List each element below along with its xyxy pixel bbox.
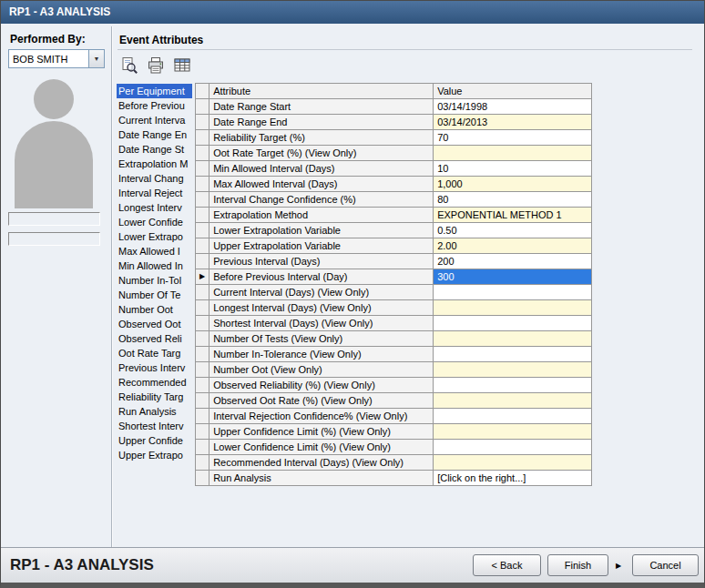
next-arrow-icon[interactable]: ▶ [612, 554, 625, 576]
footer-title: RP1 - A3 ANALYSIS [10, 556, 154, 574]
value-cell[interactable]: 300 [434, 269, 592, 285]
value-cell[interactable]: 03/14/1998 [434, 99, 592, 115]
nav-item[interactable]: Lower Confide [117, 215, 192, 229]
row-selector[interactable] [196, 362, 209, 378]
nav-item[interactable]: Interval Reject [117, 186, 192, 200]
value-cell[interactable]: [Click on the right...] [434, 471, 592, 486]
nav-item[interactable]: Min Allowed In [117, 259, 192, 273]
value-cell[interactable] [434, 440, 592, 455]
performed-by-select[interactable]: BOB SMITH ▼ [8, 49, 105, 68]
nav-item[interactable]: Upper Extrapo [117, 448, 192, 462]
footer-bar: RP1 - A3 ANALYSIS < Back Finish ▶ Cancel [1, 547, 704, 583]
nav-item[interactable]: Previous Interv [117, 360, 192, 375]
attribute-cell: Number In-Tolerance (View Only) [209, 347, 434, 362]
row-selector[interactable] [196, 424, 209, 440]
value-cell[interactable]: 10 [434, 161, 592, 177]
row-selector[interactable] [196, 331, 209, 347]
nav-item[interactable]: Lower Extrapo [117, 229, 192, 244]
row-selector[interactable] [196, 208, 209, 223]
row-selector[interactable] [196, 316, 209, 331]
nav-item[interactable]: Date Range En [117, 127, 192, 142]
nav-item[interactable]: Per Equipment [117, 84, 192, 98]
nav-item[interactable]: Oot Rate Targ [117, 346, 192, 360]
nav-item[interactable]: Max Allowed I [117, 244, 192, 259]
attribute-cell: Interval Change Confidence (%) [209, 192, 434, 208]
nav-item[interactable]: Shortest Interv [117, 419, 192, 433]
nav-item[interactable]: Number Oot [117, 302, 192, 317]
nav-item[interactable]: Current Interva [117, 113, 192, 127]
nav-item[interactable]: Observed Reli [117, 331, 192, 346]
value-cell[interactable] [434, 331, 592, 347]
value-cell[interactable] [434, 455, 592, 471]
nav-item[interactable]: Before Previou [117, 98, 192, 113]
nav-item[interactable]: Number In-Tol [117, 273, 192, 288]
row-selector[interactable] [196, 99, 209, 115]
value-cell[interactable] [434, 316, 592, 331]
cancel-button[interactable]: Cancel [632, 554, 699, 576]
attribute-cell: Date Range End [209, 115, 434, 130]
value-cell[interactable]: 70 [434, 130, 592, 146]
attribute-grid: Attribute Value Date Range Start03/14/19… [195, 83, 592, 486]
value-cell[interactable] [434, 378, 592, 393]
nav-item[interactable]: Recommended [117, 375, 192, 390]
finish-button[interactable]: Finish [547, 554, 608, 576]
row-selector[interactable] [196, 285, 209, 300]
grid-icon[interactable] [172, 56, 192, 76]
row-selector[interactable] [196, 409, 209, 424]
value-cell[interactable]: 0.50 [434, 223, 592, 238]
value-cell[interactable] [434, 300, 592, 316]
row-selector[interactable] [196, 192, 209, 208]
row-selector[interactable] [196, 300, 209, 316]
grid-row: Observed Oot Rate (%) (View Only) [196, 393, 592, 409]
value-cell[interactable]: 80 [434, 192, 592, 208]
value-cell[interactable] [434, 393, 592, 409]
row-selector[interactable] [196, 471, 209, 486]
nav-item[interactable]: Extrapolation M [117, 157, 192, 171]
value-cell[interactable]: 200 [434, 254, 592, 269]
value-cell[interactable]: 03/14/2013 [434, 115, 592, 130]
chevron-down-icon[interactable]: ▼ [88, 50, 104, 67]
nav-item[interactable]: Interval Chang [117, 171, 192, 186]
row-selector[interactable] [196, 440, 209, 455]
nav-item[interactable]: Upper Confide [117, 433, 192, 448]
attribute-cell: Upper Extrapolation Variable [209, 238, 434, 254]
grid-row: Observed Reliability (%) (View Only) [196, 378, 592, 393]
value-cell[interactable]: 2.00 [434, 238, 592, 254]
value-cell[interactable] [434, 424, 592, 440]
value-cell[interactable] [434, 362, 592, 378]
value-cell[interactable] [434, 409, 592, 424]
grid-row: Longest Interval (Days) (View Only) [196, 300, 592, 316]
nav-item[interactable]: Number Of Te [117, 288, 192, 302]
row-selector[interactable] [196, 223, 209, 238]
grid-row: ▶Before Previous Interval (Day)300 [196, 269, 592, 285]
row-selector[interactable] [196, 378, 209, 393]
row-selector[interactable] [196, 161, 209, 177]
nav-item[interactable]: Observed Oot [117, 317, 192, 331]
grid-row: Extrapolation MethodEXPONENTIAL METHOD 1 [196, 208, 592, 223]
value-cell[interactable] [434, 285, 592, 300]
row-selector[interactable] [196, 254, 209, 269]
row-selector[interactable] [196, 146, 209, 161]
nav-item[interactable]: Date Range St [117, 142, 192, 157]
row-selector[interactable] [196, 238, 209, 254]
row-selector[interactable] [196, 130, 209, 146]
row-selector[interactable] [196, 455, 209, 471]
row-selector-marker-icon[interactable]: ▶ [196, 269, 209, 285]
attribute-cell: Lower Extrapolation Variable [209, 223, 434, 238]
grid-row: Number In-Tolerance (View Only) [196, 347, 592, 362]
nav-item[interactable]: Longest Interv [117, 200, 192, 215]
nav-item[interactable]: Run Analysis [117, 404, 192, 419]
preview-icon[interactable] [119, 56, 139, 76]
value-cell[interactable]: 1,000 [434, 177, 592, 192]
row-selector[interactable] [196, 393, 209, 409]
value-cell[interactable]: EXPONENTIAL METHOD 1 [434, 208, 592, 223]
value-cell[interactable] [434, 146, 592, 161]
value-cell[interactable] [434, 347, 592, 362]
nav-item[interactable]: Reliability Targ [117, 390, 192, 404]
row-selector[interactable] [196, 347, 209, 362]
print-icon[interactable] [146, 56, 166, 76]
back-button[interactable]: < Back [473, 554, 541, 576]
row-selector[interactable] [196, 115, 209, 130]
title-bar: RP1 - A3 ANALYSIS [1, 1, 704, 24]
row-selector[interactable] [196, 177, 209, 192]
